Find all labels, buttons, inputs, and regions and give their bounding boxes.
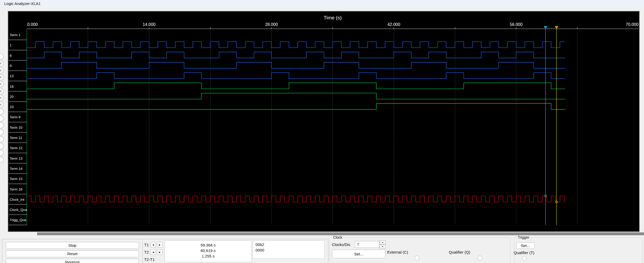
clock-qualifier-label: Qualifier (Q) <box>449 250 470 254</box>
stop-button[interactable]: Stop <box>6 242 139 249</box>
channel-label: Trigg_Qua <box>10 218 26 222</box>
terminal-pin <box>0 81 4 87</box>
time-tick-label: 42.000 <box>387 22 400 27</box>
terminal-pin <box>0 60 4 67</box>
terminal-pin <box>0 67 4 74</box>
terminal-connected-dot <box>0 90 2 92</box>
t2-label: T2 <box>144 250 149 254</box>
channel-label: 6 <box>10 54 12 58</box>
channel-label: Term 9 <box>10 115 20 119</box>
spin-down-button[interactable]: ▼ <box>380 244 386 249</box>
terminal-pin <box>0 129 4 136</box>
time-axis-title: Time (s) <box>324 15 342 20</box>
clock-qualifier-terminal[interactable] <box>477 255 483 261</box>
channel-label: Clock_Qua <box>10 208 27 212</box>
channel-label: 1 <box>10 43 12 47</box>
terminal-pin <box>0 115 4 122</box>
terminal-pin <box>0 53 4 60</box>
terminal-pin <box>0 88 4 94</box>
trigger-qualifier-label: Qualifier (T) <box>514 250 534 255</box>
terminal-pin <box>0 74 4 81</box>
time-tick-label: 14.000 <box>143 22 155 27</box>
t2-value: 60.619 s <box>165 248 251 253</box>
clock-group-title: Clock <box>332 235 343 239</box>
channel-label: 9 <box>10 64 12 68</box>
t2t1-label: T2-T1 <box>144 257 155 262</box>
waveform-panel: Time (s)0.00014.00028.00042.00056.00070.… <box>8 11 640 232</box>
channel-label: Term 12 <box>10 146 22 150</box>
t2-left-arrow-button[interactable]: ◄ <box>150 249 156 255</box>
window-title: Logic Analyzer-XLA1 <box>4 0 40 7</box>
reset-button[interactable]: Reset <box>6 250 139 257</box>
channel-label: Term 15 <box>10 177 22 181</box>
t1-right-arrow-button[interactable]: ► <box>157 242 163 248</box>
trigger-qualifier-terminal[interactable] <box>522 256 527 261</box>
trigger-set-button[interactable]: Set... <box>516 242 535 249</box>
terminal-connected-dot <box>0 76 2 78</box>
t2-right-arrow-button[interactable]: ► <box>157 249 163 255</box>
terminal-pin <box>0 156 4 163</box>
time-tick-label: 28.000 <box>265 22 278 27</box>
time-tick-label: 56.000 <box>510 22 523 27</box>
terminal-pin <box>0 122 4 129</box>
hex-value-1: 00b2 <box>256 242 324 247</box>
t1-label: T1 <box>144 243 149 247</box>
horizontal-scrollbar[interactable] <box>37 232 644 235</box>
clocks-div-input[interactable]: 7 <box>355 241 380 248</box>
divider <box>142 239 143 263</box>
external-clock-label: External (C) <box>387 250 408 254</box>
channel-label: Term 1 <box>10 33 20 37</box>
waveform-13 <box>27 72 565 79</box>
t1-left-arrow-button[interactable]: ◄ <box>150 242 156 248</box>
terminal-pin <box>0 149 4 156</box>
terminal-pin <box>0 94 4 101</box>
cursor-2-number: 2 <box>556 26 557 29</box>
waveform-1 <box>27 42 565 48</box>
clock-set-button[interactable]: Set... <box>332 250 385 258</box>
channel-label: 18 <box>10 85 14 88</box>
channel-label: Term 10 <box>10 126 22 130</box>
time-tick-label: 0.000 <box>27 22 38 27</box>
terminal-connected-dot <box>0 69 2 71</box>
terminal-pin <box>0 101 4 108</box>
waveform-display: Time (s)0.00014.00028.00042.00056.00070.… <box>8 12 639 231</box>
waveform-6 <box>27 52 565 58</box>
t1-value: 59.364 s <box>165 242 251 248</box>
waveform-clock_int <box>27 196 565 202</box>
terminal-connected-dot <box>0 62 2 64</box>
hex-value-2: 0000 <box>256 247 324 253</box>
waveform-18 <box>27 83 565 89</box>
time-tick-label: 70.000 <box>626 22 639 27</box>
reverse-button[interactable]: Reverse <box>6 259 139 263</box>
t2t1-value: 1.255 s <box>165 253 251 259</box>
channel-label: Term 11 <box>10 136 22 140</box>
cursor-1-number: 1 <box>545 26 546 29</box>
waveform-23 <box>27 103 565 109</box>
channel-label: Term 13 <box>10 156 22 160</box>
trigger-group-title: Trigger <box>517 235 530 239</box>
terminal-pin <box>0 143 4 149</box>
cursor-time-readout: 59.364 s 60.619 s 1.255 s <box>165 240 252 262</box>
terminal-connected-dot <box>0 83 2 85</box>
terminal-connected-dot <box>0 104 2 106</box>
spin-up-button[interactable]: ▲ <box>380 240 386 244</box>
channel-label: Clock_Int <box>10 198 25 202</box>
channel-label: 20 <box>10 95 14 99</box>
channel-label: 13 <box>10 74 14 78</box>
clocks-div-spinner: ▲ ▼ <box>380 240 386 249</box>
window-title-bar: Logic Analyzer-XLA1 <box>0 0 644 7</box>
trigger-group: Trigger <box>514 237 643 263</box>
channel-label: Term 14 <box>10 167 22 171</box>
waveform-9 <box>27 62 565 68</box>
external-clock-terminal[interactable] <box>414 255 420 261</box>
channel-label: 23 <box>10 105 14 109</box>
channel-label: Term 16 <box>10 187 22 191</box>
cursor-hex-readout: 00b2 0000 <box>253 240 325 259</box>
waveform-20 <box>27 93 565 99</box>
terminal-connected-dot <box>0 97 2 99</box>
clocks-div-label: Clocks/Div <box>332 242 350 247</box>
terminal-pin <box>0 136 4 143</box>
terminal-pin <box>0 108 4 115</box>
